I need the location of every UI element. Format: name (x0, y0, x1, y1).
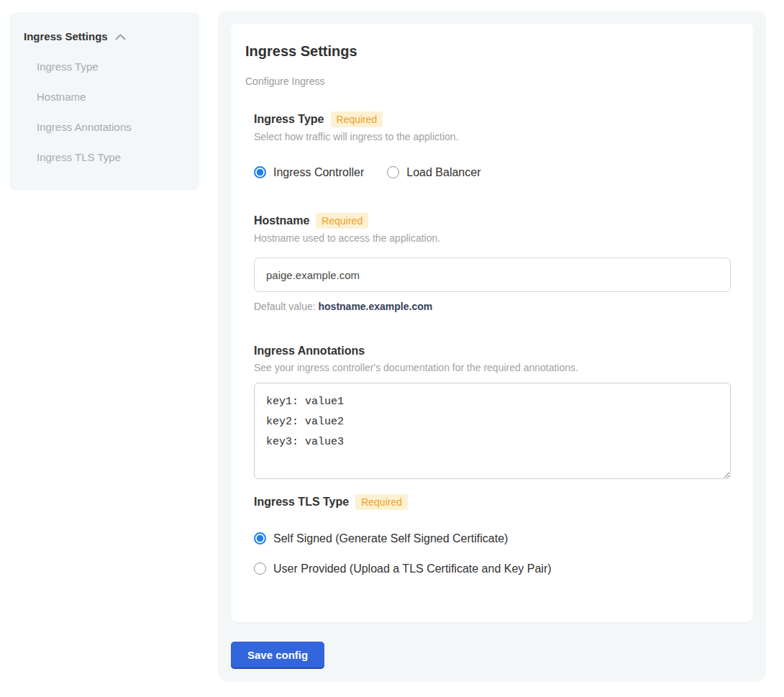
ingress-type-radio-group: Ingress Controller Load Balancer (254, 165, 731, 180)
sidebar-group-ingress-settings[interactable]: Ingress Settings (24, 29, 185, 44)
self-signed-radio[interactable] (254, 532, 266, 545)
radio-option-user-provided[interactable]: User Provided (Upload a TLS Certificate … (254, 561, 731, 576)
field-header: Ingress TLS Type Required (254, 494, 731, 510)
radio-option-self-signed[interactable]: Self Signed (Generate Self Signed Certif… (254, 531, 731, 546)
field-ingress-annotations: Ingress Annotations See your ingress con… (254, 344, 731, 479)
config-card: Ingress Settings Configure Ingress Ingre… (231, 24, 753, 622)
config-area: Ingress Settings Configure Ingress Ingre… (218, 11, 766, 682)
sidebar-item-hostname[interactable]: Hostname (37, 90, 185, 104)
field-help-ingress-annotations: See your ingress controller's documentat… (254, 361, 731, 374)
field-header: Ingress Type Required (254, 111, 731, 127)
radio-option-ingress-controller[interactable]: Ingress Controller (254, 165, 364, 180)
user-provided-radio[interactable] (254, 562, 266, 575)
sidebar-group-title: Ingress Settings (24, 29, 108, 44)
default-value: hostname.example.com (319, 301, 433, 312)
config-nav-sidebar: Ingress Settings Ingress Type Hostname I… (9, 12, 199, 191)
radio-label-load-balancer: Load Balancer (406, 165, 480, 180)
field-ingress-type: Ingress Type Required Select how traffic… (254, 111, 731, 180)
save-config-button[interactable]: Save config (231, 642, 324, 669)
field-help-ingress-type: Select how traffic will ingress to the a… (254, 130, 731, 143)
sidebar-item-ingress-annotations[interactable]: Ingress Annotations (37, 120, 185, 135)
required-badge: Required (316, 213, 368, 229)
field-label-hostname: Hostname (254, 214, 309, 228)
ingress-controller-radio[interactable] (254, 166, 266, 178)
load-balancer-radio[interactable] (387, 166, 399, 178)
radio-option-load-balancer[interactable]: Load Balancer (387, 165, 480, 180)
sidebar-item-ingress-tls-type[interactable]: Ingress TLS Type (37, 150, 185, 165)
sidebar-item-list: Ingress Type Hostname Ingress Annotation… (24, 60, 185, 165)
page-subtitle: Configure Ingress (245, 75, 731, 88)
field-label-ingress-type: Ingress Type (254, 112, 324, 127)
default-value-line: Default value: hostname.example.com (254, 300, 731, 313)
field-header: Hostname Required (254, 213, 731, 229)
hostname-input[interactable] (254, 258, 731, 292)
field-label-ingress-annotations: Ingress Annotations (254, 344, 365, 358)
ingress-annotations-textarea[interactable]: key1: value1 key2: value2 key3: value3 (254, 383, 731, 479)
radio-label-user-provided: User Provided (Upload a TLS Certificate … (273, 561, 552, 576)
required-badge: Required (331, 111, 383, 127)
chevron-up-icon (115, 34, 126, 40)
radio-label-self-signed: Self Signed (Generate Self Signed Certif… (273, 531, 508, 546)
ingress-tls-type-radio-group: Self Signed (Generate Self Signed Certif… (254, 531, 731, 576)
required-badge: Required (355, 494, 408, 510)
default-value-prefix: Default value: (254, 301, 319, 312)
field-header: Ingress Annotations (254, 344, 731, 358)
field-hostname: Hostname Required Hostname used to acces… (254, 213, 731, 313)
field-label-ingress-tls-type: Ingress TLS Type (254, 495, 349, 509)
page-title: Ingress Settings (245, 42, 731, 60)
field-ingress-tls-type: Ingress TLS Type Required Self Signed (G… (254, 494, 731, 576)
field-help-hostname: Hostname used to access the application. (254, 232, 731, 245)
sidebar-item-ingress-type[interactable]: Ingress Type (37, 60, 185, 74)
radio-label-ingress-controller: Ingress Controller (273, 165, 364, 180)
